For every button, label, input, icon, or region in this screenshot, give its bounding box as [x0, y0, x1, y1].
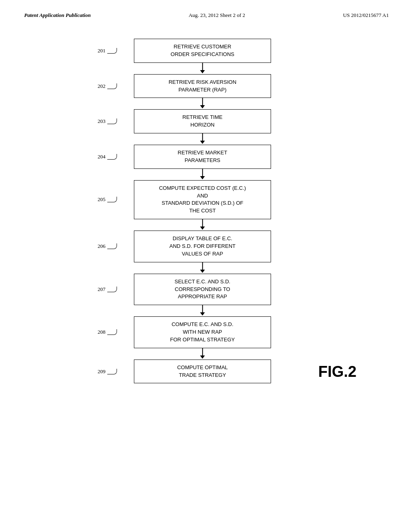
step-row-203: 203RETRIEVE TIME HORIZON [86, 109, 327, 133]
arrow-207-to-208 [134, 305, 271, 316]
step-number-203: 203 [98, 118, 117, 125]
step-num-text-207: 207 [98, 286, 106, 293]
step-hook-208 [107, 329, 117, 335]
step-box-207: SELECT E.C. AND S.D. CORRESPONDING TO AP… [134, 274, 271, 305]
step-row-208: 208COMPUTE E.C. AND S.D. WITH NEW RAP FO… [86, 316, 327, 348]
step-row-202: 202RETRIEVE RISK AVERSION PARAMETER (RAP… [86, 74, 327, 98]
step-box-206: DISPLAY TABLE OF E.C. AND S.D. FOR DIFFE… [134, 231, 271, 262]
step-row-209: 209COMPUTE OPTIMAL TRADE STRATEGY [86, 360, 327, 384]
step-hook-201 [107, 48, 117, 54]
step-num-text-204: 204 [98, 154, 106, 160]
step-num-text-201: 201 [98, 48, 106, 54]
step-hook-205 [107, 197, 117, 202]
flow-container: 201RETRIEVE CUSTOMER ORDER SPECIFICATION… [86, 39, 327, 383]
step-row-205: 205COMPUTE EXPECTED COST (E.C.) AND STAN… [86, 180, 327, 219]
step-row-204: 204RETRIEVE MARKET PARAMETERS [86, 145, 327, 169]
step-num-text-208: 208 [98, 329, 106, 335]
step-hook-202 [107, 83, 117, 89]
arrow-208-to-209 [134, 348, 271, 360]
arrow-206-to-207 [134, 262, 271, 274]
step-hook-207 [107, 287, 117, 292]
step-box-204: RETRIEVE MARKET PARAMETERS [134, 145, 271, 169]
step-num-text-202: 202 [98, 83, 106, 89]
step-num-text-206: 206 [98, 243, 106, 249]
step-row-207: 207SELECT E.C. AND S.D. CORRESPONDING TO… [86, 274, 327, 305]
step-box-203: RETRIEVE TIME HORIZON [134, 109, 271, 133]
step-row-206: 206DISPLAY TABLE OF E.C. AND S.D. FOR DI… [86, 231, 327, 262]
step-number-204: 204 [98, 154, 117, 160]
step-box-208: COMPUTE E.C. AND S.D. WITH NEW RAP FOR O… [134, 316, 271, 348]
arrow-203-to-204 [134, 133, 271, 145]
step-box-205: COMPUTE EXPECTED COST (E.C.) AND STANDAR… [134, 180, 271, 219]
header-right: US 2012/0215677 A1 [343, 12, 389, 19]
arrow-205-to-206 [134, 219, 271, 231]
arrow-204-to-205 [134, 169, 271, 180]
step-number-201: 201 [98, 48, 117, 54]
step-hook-203 [107, 118, 117, 124]
step-number-202: 202 [98, 83, 117, 89]
step-hook-209 [107, 369, 117, 374]
page-header: Patent Application Publication Aug. 23, … [0, 0, 413, 23]
step-box-201: RETRIEVE CUSTOMER ORDER SPECIFICATIONS [134, 39, 271, 63]
step-number-209: 209 [98, 368, 117, 375]
step-hook-204 [107, 154, 117, 160]
step-number-207: 207 [98, 286, 117, 293]
step-num-text-209: 209 [98, 368, 106, 375]
header-center: Aug. 23, 2012 Sheet 2 of 2 [189, 12, 245, 19]
arrow-201-to-202 [134, 63, 271, 74]
arrow-202-to-203 [134, 98, 271, 109]
header-left: Patent Application Publication [24, 12, 91, 19]
step-number-205: 205 [98, 196, 117, 203]
step-box-202: RETRIEVE RISK AVERSION PARAMETER (RAP) [134, 74, 271, 98]
step-num-text-203: 203 [98, 118, 106, 125]
diagram-area: 201RETRIEVE CUSTOMER ORDER SPECIFICATION… [0, 23, 413, 421]
fig-label: FIG.2 [318, 363, 357, 380]
step-num-text-205: 205 [98, 196, 106, 203]
step-row-201: 201RETRIEVE CUSTOMER ORDER SPECIFICATION… [86, 39, 327, 63]
step-hook-206 [107, 243, 117, 249]
step-number-206: 206 [98, 243, 117, 249]
step-box-209: COMPUTE OPTIMAL TRADE STRATEGY [134, 360, 271, 384]
step-number-208: 208 [98, 329, 117, 335]
